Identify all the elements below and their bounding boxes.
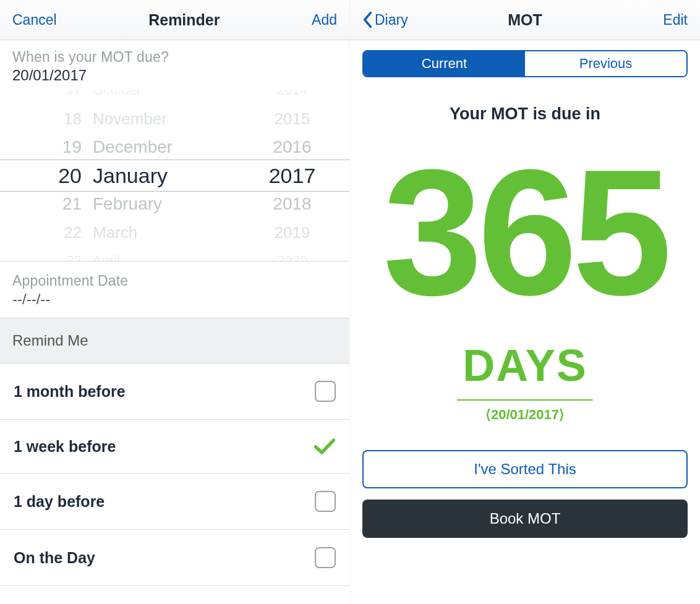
countdown-number: 365 xyxy=(350,142,700,321)
picker-year-item[interactable]: 2015 xyxy=(275,104,310,133)
picker-year-item[interactable]: 2016 xyxy=(273,133,311,161)
due-in-heading: Your MOT is due in xyxy=(350,104,700,124)
date-picker[interactable]: 17 18 19 20 21 22 23 October November De… xyxy=(0,90,349,261)
picker-day-item[interactable]: 18 xyxy=(64,104,82,133)
picker-day-item[interactable]: 21 xyxy=(62,190,82,218)
picker-month-item[interactable]: April xyxy=(93,247,120,261)
remind-option-row[interactable]: 1 day before xyxy=(0,474,349,530)
picker-year-item[interactable]: 2019 xyxy=(275,218,310,247)
chevron-left-icon xyxy=(362,11,373,28)
picker-year-selected[interactable]: 2017 xyxy=(269,161,316,190)
picker-day-column[interactable]: 17 18 19 20 21 22 23 xyxy=(0,90,93,261)
check-icon[interactable] xyxy=(314,437,336,456)
picker-month-item[interactable]: December xyxy=(93,133,173,161)
remind-option-checkbox[interactable] xyxy=(315,381,336,402)
reminder-header: Cancel Reminder Add xyxy=(0,0,349,40)
reminder-pane: Cancel Reminder Add When is your MOT due… xyxy=(0,0,350,604)
remind-option-checkbox[interactable] xyxy=(315,547,336,568)
sorted-this-button[interactable]: I've Sorted This xyxy=(362,450,688,488)
back-button[interactable]: Diary xyxy=(362,11,408,28)
mot-due-section: When is your MOT due? 20/01/2017 xyxy=(0,40,349,90)
mot-header: Diary MOT Edit xyxy=(350,0,700,40)
remind-me-header: Remind Me xyxy=(0,318,349,364)
remind-option-label: 1 week before xyxy=(14,438,116,456)
picker-month-item[interactable]: February xyxy=(93,190,162,218)
picker-day-item[interactable]: 17 xyxy=(67,90,82,104)
countdown-unit: DAYS xyxy=(350,340,700,391)
picker-month-item[interactable]: October xyxy=(93,90,141,104)
segment-previous[interactable]: Previous xyxy=(525,51,686,76)
mot-due-label: When is your MOT due? xyxy=(12,49,337,66)
add-button[interactable]: Add xyxy=(312,12,337,28)
segment-current[interactable]: Current xyxy=(364,51,525,76)
picker-day-item[interactable]: 22 xyxy=(64,218,82,247)
picker-month-item[interactable]: November xyxy=(93,104,167,133)
picker-year-item[interactable]: 2020 xyxy=(277,247,307,261)
remind-option-label: 1 day before xyxy=(14,493,105,511)
picker-day-selected[interactable]: 20 xyxy=(58,161,82,190)
countdown-date: ⟨20/01/2017⟩ xyxy=(350,407,700,423)
picker-year-item[interactable]: 2014 xyxy=(277,90,307,104)
appointment-value: --/--/-- xyxy=(12,291,337,308)
segmented-control[interactable]: Current Previous xyxy=(362,50,688,77)
picker-month-item[interactable]: March xyxy=(93,218,137,247)
mot-due-value: 20/01/2017 xyxy=(12,67,337,84)
picker-day-item[interactable]: 19 xyxy=(62,133,82,161)
mot-title: MOT xyxy=(508,11,542,29)
countdown-underline xyxy=(457,399,593,401)
remind-option-row[interactable]: 1 week before xyxy=(0,420,349,474)
reminder-title: Reminder xyxy=(148,11,220,29)
remind-option-row[interactable]: 1 month before xyxy=(0,364,349,420)
remind-option-label: On the Day xyxy=(14,549,95,567)
mot-pane: Diary MOT Edit Current Previous Your MOT… xyxy=(350,0,700,604)
picker-year-column[interactable]: 2014 2015 2016 2017 2018 2019 2020 xyxy=(235,90,349,261)
picker-day-item[interactable]: 23 xyxy=(67,247,82,261)
remind-option-checkbox[interactable] xyxy=(315,491,336,512)
picker-month-selected[interactable]: January xyxy=(93,161,168,190)
picker-year-item[interactable]: 2018 xyxy=(273,190,311,218)
appointment-label: Appointment Date xyxy=(12,273,337,289)
book-mot-button[interactable]: Book MOT xyxy=(362,500,688,538)
appointment-section[interactable]: Appointment Date --/--/-- xyxy=(0,262,349,318)
back-label: Diary xyxy=(375,12,408,28)
edit-button[interactable]: Edit xyxy=(663,12,688,28)
cancel-button[interactable]: Cancel xyxy=(12,12,57,28)
remind-option-label: 1 month before xyxy=(14,383,126,401)
picker-month-column[interactable]: October November December January Februa… xyxy=(93,90,235,261)
remind-option-row[interactable]: On the Day xyxy=(0,530,349,586)
